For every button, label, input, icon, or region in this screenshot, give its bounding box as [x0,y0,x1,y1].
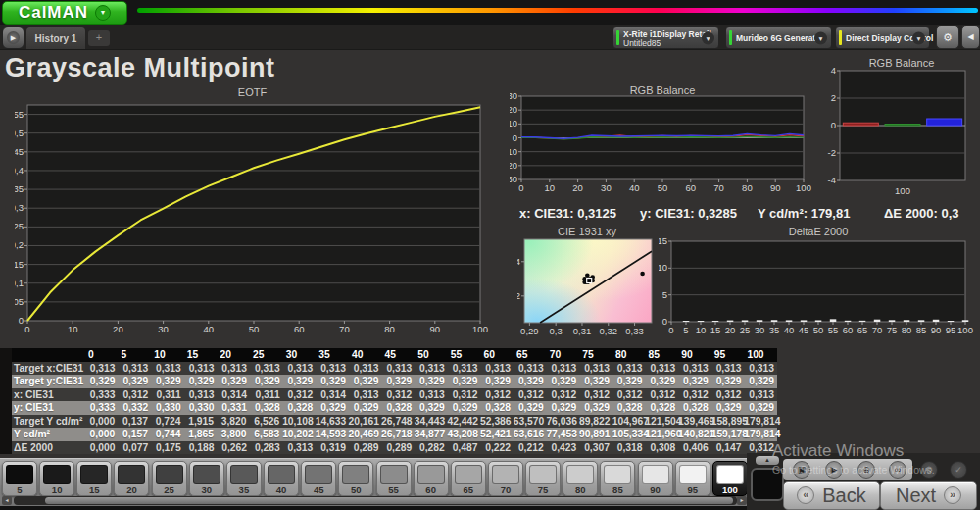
grayscale-step-button-20[interactable]: 20 [114,461,149,496]
calman-logo-text: CalMAN [19,3,88,23]
table-cell: 0,000 [85,428,119,441]
table-row: Target x:CIE310,3130,3130,3130,3130,3130… [0,362,777,376]
table-cell: 0,312 [547,388,580,402]
scroll-right-button[interactable]: ▸ [737,496,747,505]
workflow-nav-button[interactable]: ▶ [2,26,24,49]
table-cell: 6,583 [250,428,283,441]
chevron-down-icon: ▼ [814,31,827,44]
grayscale-step-button-65[interactable]: 65 [451,461,486,496]
grayscale-step-button-70[interactable]: 70 [488,461,523,496]
table-cell: 0,318 [612,441,646,455]
next-button[interactable]: Next » [880,481,977,510]
grayscale-step-label: 60 [415,484,448,495]
table-cell: 158,895 [711,415,745,429]
pattern-window-button[interactable] [751,468,784,501]
loop-icon: ∞ [895,465,901,475]
table-cell: 0,313 [448,362,481,376]
table-cell: 0,314 [316,388,349,402]
screenshot-button[interactable]: ▣ [793,461,810,479]
read-continuous-button[interactable]: ▶ [825,461,843,479]
grayscale-step-button-55[interactable]: 55 [376,461,412,496]
collapse-left-icon: ◀ [967,32,973,41]
grayscale-step-button-30[interactable]: 30 [189,461,224,496]
table-cell: 104,967 [612,415,646,429]
grayscale-step-button-10[interactable]: 10 [39,461,74,496]
meter-dropdown[interactable]: X-Rite i1Display Retail Untitled85 ▼ [612,26,719,49]
logo-caret-down-icon[interactable]: ▼ [95,5,111,21]
grayscale-step-button-40[interactable]: 40 [264,461,299,496]
grayscale-step-button-35[interactable]: 35 [226,461,262,496]
stat-x-cie31: x: CIE31: 0,3125 [519,206,616,221]
source-dropdown[interactable]: Murideo 6G Generator ▼ [725,26,832,49]
table-cell: 179,814 [744,415,777,429]
display-control-dropdown[interactable]: Direct Display Control ▼ [835,26,930,49]
table-cell: 0,313 [744,362,777,376]
chevron-down-icon: ▼ [912,31,925,44]
settings-gear-button[interactable]: ⚙ [936,26,959,49]
svg-text:100: 100 [895,185,910,196]
svg-text:0,1: 0,1 [15,278,24,288]
svg-text:0: 0 [518,182,523,193]
gray-swatch [716,465,744,484]
table-cell: 0,157 [118,428,151,441]
tab-history-1[interactable]: History 1 [26,27,85,49]
grayscale-step-label: 35 [227,484,261,495]
back-button[interactable]: « Back [783,481,880,510]
svg-text:4: 4 [831,65,836,76]
table-column-header: 25 [250,348,283,362]
table-cell: 89,822 [579,415,612,429]
grayscale-step-button-5[interactable]: 5 [2,461,37,496]
page-title: Grayscale Multipoint [5,53,275,83]
table-lead-cell [0,388,12,402]
add-tab-button[interactable]: + [88,30,110,46]
horizontal-scrollbar-thumb[interactable] [45,497,733,504]
grayscale-step-button-45[interactable]: 45 [301,461,336,496]
target-icon: ⊕ [862,465,870,475]
options-button[interactable]: ⚙ [920,461,938,479]
table-cell: 34,443 [415,415,448,429]
grayscale-step-button-95[interactable]: 95 [675,461,710,496]
table-row: x: CIE310,3330,3120,3110,3130,3140,3110,… [0,388,777,402]
grayscale-step-label: 5 [3,484,36,495]
table-column-header: 40 [349,348,382,362]
grayscale-step-button-15[interactable]: 15 [76,461,112,496]
table-cell: 0,313 [711,362,745,376]
table-cell: 0,333 [85,401,119,415]
table-column-header: 20 [217,348,250,362]
svg-text:30: 30 [510,90,517,101]
grayscale-step-button-85[interactable]: 85 [600,461,635,496]
grayscale-step-button-75[interactable]: 75 [525,461,561,496]
grayscale-step-button-80[interactable]: 80 [563,461,598,496]
delta-e-chart: DeltaE 2000 1510500510152025303540455055… [659,226,978,341]
table-lead-cell [0,362,12,376]
collapse-panel-button[interactable]: ◀ [961,26,980,49]
grayscale-step-button-25[interactable]: 25 [152,461,187,496]
svg-text:0,4: 0,4 [15,165,24,176]
table-cell: 0,312 [744,441,777,455]
accept-button[interactable]: ✓ [950,461,967,479]
grayscale-step-button-50[interactable]: 50 [338,461,373,496]
table-column-header: 75 [579,348,612,362]
table-row: Target Y cd/m²0,0000,1370,7241,9153,8206… [0,415,777,429]
gray-swatch [380,465,408,484]
table-cell: 0,329 [547,375,580,388]
table-row-label: Target y:CIE31 [12,375,85,388]
grayscale-step-button-90[interactable]: 90 [638,461,673,496]
table-cell: 0,328 [283,401,317,415]
grayscale-step-button-60[interactable]: 60 [414,461,449,496]
read-series-button[interactable]: ∞ [889,461,906,479]
table-cell: 0,328 [646,401,679,415]
table-cell: 20,469 [348,428,381,441]
scroll-left-button[interactable]: ◂ [2,496,12,505]
table-column-header: 5 [119,348,152,362]
calman-logo-button[interactable]: CalMAN ▼ [2,1,127,25]
table-cell: 1,915 [183,415,217,429]
table-cell: 0,313 [184,388,218,402]
table-cell: 0,312 [480,388,514,402]
pattern-expand-button[interactable]: ▲ [756,456,779,465]
grayscale-step-button-100[interactable]: 100 [712,461,748,496]
table-row: Target y:CIE310,3290,3290,3290,3290,3290… [0,375,777,388]
read-single-button[interactable]: ⊕ [858,461,875,479]
grayscale-step-label: 90 [639,484,672,495]
table-cell: 0,329 [646,375,679,388]
